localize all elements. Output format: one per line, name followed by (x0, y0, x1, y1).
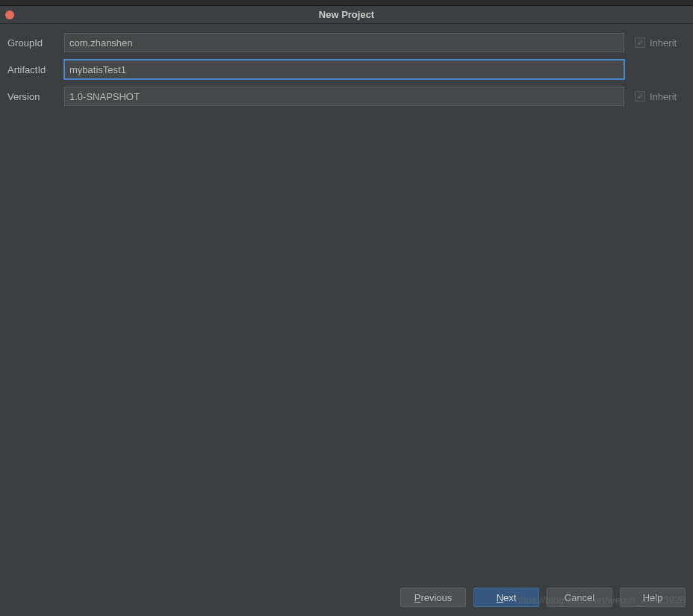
top-strip (0, 0, 693, 6)
groupid-inherit-group: Inherit (635, 37, 687, 49)
groupid-row: GroupId Inherit (6, 33, 687, 52)
next-button[interactable]: Next (473, 588, 539, 607)
previous-button-label: revious (420, 592, 452, 603)
cancel-button-label: Cancel (565, 592, 594, 603)
cancel-button[interactable]: Cancel (547, 588, 612, 607)
version-inherit-checkbox[interactable] (635, 91, 645, 102)
artifactid-label: ArtifactId (6, 64, 64, 75)
version-input[interactable] (64, 87, 624, 106)
version-row: Version Inherit (6, 87, 687, 106)
version-label: Version (6, 91, 64, 102)
artifactid-row: ArtifactId (6, 60, 687, 79)
previous-button[interactable]: Previous (400, 588, 466, 607)
version-inherit-group: Inherit (635, 91, 687, 102)
groupid-label: GroupId (6, 37, 64, 49)
help-button-label: Help (643, 592, 663, 603)
version-inherit-label: Inherit (650, 91, 677, 102)
help-button[interactable]: Help (620, 588, 686, 607)
artifactid-input[interactable] (64, 60, 624, 79)
groupid-inherit-label: Inherit (650, 37, 677, 49)
next-button-label: ext (503, 592, 516, 603)
groupid-input[interactable] (64, 33, 624, 52)
groupid-inherit-checkbox[interactable] (635, 37, 645, 48)
form-area: GroupId Inherit ArtifactId Version Inher… (0, 24, 693, 122)
window-title: New Project (319, 9, 374, 20)
title-bar: New Project (0, 6, 693, 24)
button-bar: Previous Next Cancel Help (400, 588, 686, 607)
close-icon[interactable] (5, 10, 14, 19)
